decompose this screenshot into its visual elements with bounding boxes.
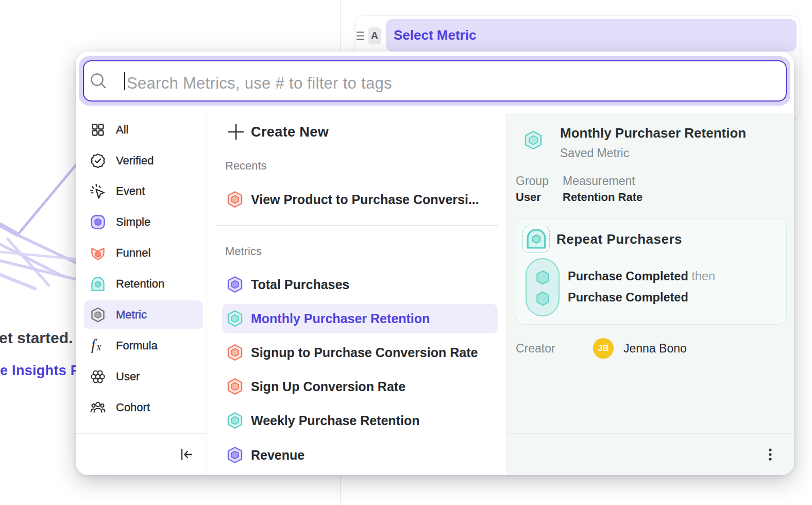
svg-text:x: x [96,341,102,352]
